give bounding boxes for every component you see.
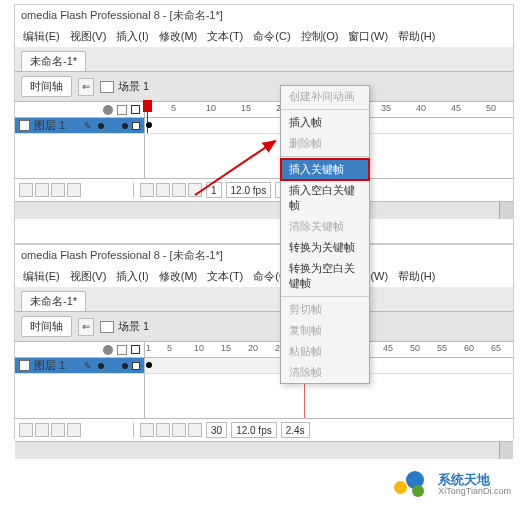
layer-buttons (19, 183, 81, 197)
dot-icon (122, 363, 128, 369)
current-frame-field[interactable]: 30 (206, 422, 227, 438)
logo-text-zh: 系统天地 (438, 473, 511, 487)
scene-bar: 时间轴 ⇐ 场景 1 (15, 312, 513, 342)
ctx-remove-frame[interactable]: 删除帧 (281, 133, 369, 154)
onion-skin-button[interactable] (140, 183, 154, 197)
layer-name: 图层 1 (34, 118, 65, 133)
add-folder-button[interactable] (51, 423, 65, 437)
add-guide-button[interactable] (35, 183, 49, 197)
document-tab[interactable]: 未命名-1* (21, 291, 86, 311)
ctx-convert-blank-keyframe[interactable]: 转换为空白关键帧 (281, 258, 369, 294)
menu-commands[interactable]: 命令(C) (253, 29, 290, 44)
menu-control[interactable]: 控制(O) (301, 29, 339, 44)
ruler-tick: 10 (206, 103, 216, 113)
menu-edit[interactable]: 编辑(E) (23, 29, 60, 44)
ctx-create-tween[interactable]: 创建补间动画 (281, 86, 369, 107)
ruler-tick: 40 (416, 103, 426, 113)
lock-icon[interactable] (117, 345, 127, 355)
ctx-insert-blank-keyframe[interactable]: 插入空白关键帧 (281, 180, 369, 216)
edit-multiple-button[interactable] (172, 183, 186, 197)
outline-box-icon (132, 122, 140, 130)
onion-skin-button[interactable] (140, 423, 154, 437)
onion-outline-button[interactable] (156, 423, 170, 437)
eye-icon[interactable] (103, 345, 113, 355)
menu-view[interactable]: 视图(V) (70, 29, 107, 44)
outline-icon[interactable] (131, 345, 140, 354)
add-layer-button[interactable] (19, 183, 33, 197)
ctx-paste-frames[interactable]: 粘贴帧 (281, 341, 369, 362)
ruler-tick: 5 (167, 343, 172, 353)
keyframe-dot[interactable] (146, 362, 152, 368)
fps-field[interactable]: 12.0 fps (231, 422, 277, 438)
ruler-tick: 60 (464, 343, 474, 353)
elapsed-field: 2.4s (281, 422, 310, 438)
onion-markers-button[interactable] (188, 423, 202, 437)
add-folder-button[interactable] (51, 183, 65, 197)
layer-buttons (19, 423, 81, 437)
add-guide-button[interactable] (35, 423, 49, 437)
context-menu: 创建补间动画 插入帧 删除帧 插入关键帧 插入空白关键帧 清除关键帧 转换为关键… (280, 85, 370, 384)
document-tabs: 未命名-1* (15, 47, 513, 72)
ctx-clear-keyframe[interactable]: 清除关键帧 (281, 216, 369, 237)
timeline-status: 30 12.0 fps 2.4s (15, 418, 513, 441)
scrollbar[interactable] (499, 442, 513, 459)
menu-insert[interactable]: 插入(I) (116, 29, 148, 44)
ruler-tick: 10 (194, 343, 204, 353)
delete-layer-button[interactable] (67, 423, 81, 437)
menu-window[interactable]: 窗口(W) (348, 29, 388, 44)
menu-text[interactable]: 文本(T) (207, 29, 243, 44)
table-row: 图层 1 ✎ (15, 358, 513, 374)
scene-name: 场景 1 (118, 319, 149, 334)
ctx-convert-keyframe[interactable]: 转换为关键帧 (281, 237, 369, 258)
scene-label[interactable]: 场景 1 (100, 319, 149, 334)
document-tabs: 未命名-1* (15, 287, 513, 312)
back-button[interactable]: ⇐ (78, 318, 94, 336)
ctx-copy-frames[interactable]: 复制帧 (281, 320, 369, 341)
edit-multiple-button[interactable] (172, 423, 186, 437)
watermark-logo: 系统天地 XiTongTianDi.com (390, 463, 511, 507)
back-button[interactable]: ⇐ (78, 78, 94, 96)
ruler-tick: 45 (451, 103, 461, 113)
layer-icon (19, 120, 30, 131)
layer-icon (19, 360, 30, 371)
ruler-tick: 65 (491, 343, 501, 353)
scene-label[interactable]: 场景 1 (100, 79, 149, 94)
menu-view[interactable]: 视图(V) (70, 269, 107, 284)
scene-icon (100, 321, 114, 333)
menu-help[interactable]: 帮助(H) (398, 269, 435, 284)
outline-icon[interactable] (131, 105, 140, 114)
menu-edit[interactable]: 编辑(E) (23, 269, 60, 284)
onion-outline-button[interactable] (156, 183, 170, 197)
document-tab[interactable]: 未命名-1* (21, 51, 86, 71)
lock-icon[interactable] (117, 105, 127, 115)
ctx-insert-frame[interactable]: 插入帧 (281, 112, 369, 133)
ruler-tick: 50 (410, 343, 420, 353)
menu-modify[interactable]: 修改(M) (159, 269, 198, 284)
scrollbar[interactable] (499, 202, 513, 219)
menu-help[interactable]: 帮助(H) (398, 29, 435, 44)
ctx-insert-keyframe[interactable]: 插入关键帧 (281, 159, 369, 180)
delete-layer-button[interactable] (67, 183, 81, 197)
ruler-tick: 45 (383, 343, 393, 353)
playhead[interactable] (147, 102, 148, 133)
outline-box-icon (132, 362, 140, 370)
svg-line-0 (195, 141, 275, 195)
timeline-tab[interactable]: 时间轴 (21, 316, 72, 337)
table-row: 图层 1 ✎ (15, 118, 513, 134)
dot-icon (122, 123, 128, 129)
keyframe-dot[interactable] (146, 122, 152, 128)
menu-text[interactable]: 文本(T) (207, 269, 243, 284)
scene-icon (100, 81, 114, 93)
menu-modify[interactable]: 修改(M) (159, 29, 198, 44)
menu-insert[interactable]: 插入(I) (116, 269, 148, 284)
ctx-clear-frames[interactable]: 清除帧 (281, 362, 369, 383)
add-layer-button[interactable] (19, 423, 33, 437)
layer-row[interactable]: 图层 1 ✎ (15, 358, 145, 373)
ctx-cut-frames[interactable]: 剪切帧 (281, 299, 369, 320)
layer-header (15, 342, 145, 357)
layer-row[interactable]: 图层 1 ✎ (15, 118, 145, 133)
timeline-tab[interactable]: 时间轴 (21, 76, 72, 97)
stage-area[interactable] (15, 441, 513, 459)
ruler-tick: 1 (146, 343, 151, 353)
eye-icon[interactable] (103, 105, 113, 115)
